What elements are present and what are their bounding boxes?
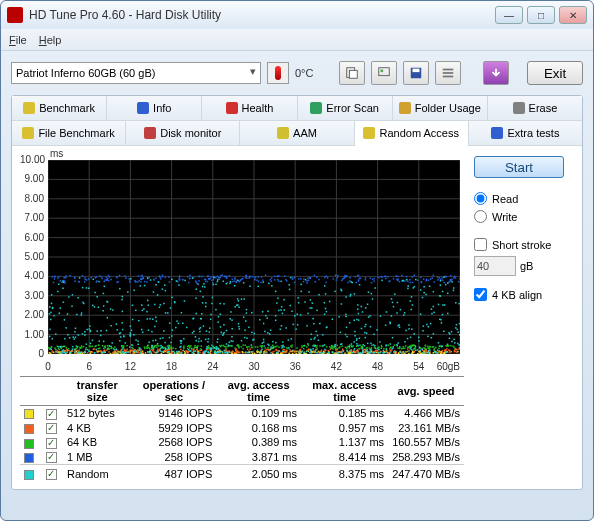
maximize-button[interactable]: □ — [527, 6, 555, 24]
tab-label: AAM — [293, 127, 317, 139]
menu-help[interactable]: Help — [39, 34, 62, 46]
cell-size: 512 bytes — [63, 406, 131, 421]
tab-benchmark[interactable]: Benchmark — [12, 96, 107, 120]
tab-label: Health — [242, 102, 274, 114]
side-panel: Start Read Write Short stroke — [474, 152, 574, 481]
tab-folder-usage[interactable]: Folder Usage — [393, 96, 488, 120]
temperature-label: 0°C — [295, 67, 313, 79]
tab-random-access[interactable]: Random Access — [355, 121, 469, 145]
tab-extra-tests[interactable]: Extra tests — [469, 121, 582, 145]
tab-aam[interactable]: AAM — [240, 121, 354, 145]
cell-speed: 23.161 MB/s — [388, 421, 464, 436]
cell-ops: 9146 IOPS — [131, 406, 216, 421]
tab-icon — [277, 127, 289, 139]
cell-size: Random — [63, 465, 131, 481]
tab-file-benchmark[interactable]: File Benchmark — [12, 121, 126, 145]
exit-button[interactable]: Exit — [527, 61, 583, 85]
chart-canvas — [48, 160, 460, 354]
x-tick: 24 — [207, 361, 218, 372]
series-checkbox[interactable] — [46, 409, 57, 420]
svg-rect-1 — [349, 70, 357, 78]
tab-label: Error Scan — [326, 102, 379, 114]
minimize-button[interactable]: — — [495, 6, 523, 24]
column-header: avg. access time — [216, 377, 301, 406]
tab-label: Extra tests — [507, 127, 559, 139]
tab-icon — [513, 102, 525, 114]
x-tick: 54 — [413, 361, 424, 372]
menu-file[interactable]: File — [9, 34, 27, 46]
cell-max: 8.414 ms — [301, 450, 388, 465]
x-tick: 48 — [372, 361, 383, 372]
align-label: 4 KB align — [492, 289, 542, 301]
series-checkbox[interactable] — [46, 452, 57, 463]
y-axis-label: ms — [50, 148, 63, 159]
tab-label: File Benchmark — [38, 127, 114, 139]
y-tick: 6.00 — [20, 232, 44, 243]
x-axis-unit: 60gB — [437, 361, 460, 372]
table-row: 64 KB 2568 IOPS 0.389 ms 1.137 ms 160.55… — [20, 435, 464, 450]
svg-rect-2 — [379, 68, 390, 76]
tab-disk-monitor[interactable]: Disk monitor — [126, 121, 240, 145]
short-stroke-value[interactable] — [474, 256, 516, 276]
chart-area: ms 01.002.003.004.005.006.007.008.009.00… — [20, 152, 464, 481]
y-tick: 4.00 — [20, 270, 44, 281]
cell-speed: 160.557 MB/s — [388, 435, 464, 450]
window-title: HD Tune Pro 4.60 - Hard Disk Utility — [29, 8, 491, 22]
tab-label: Disk monitor — [160, 127, 221, 139]
drive-select[interactable]: Patriot Inferno 60GB (60 gB) — [11, 62, 261, 84]
tab-info[interactable]: Info — [107, 96, 202, 120]
table-row: Random 487 IOPS 2.050 ms 8.375 ms 247.47… — [20, 465, 464, 481]
svg-rect-3 — [381, 70, 384, 73]
start-button[interactable]: Start — [474, 156, 564, 178]
tab-erase[interactable]: Erase — [488, 96, 582, 120]
close-button[interactable]: ✕ — [559, 6, 587, 24]
purple-action-button[interactable] — [483, 61, 509, 85]
save-button[interactable] — [403, 61, 429, 85]
cell-max: 0.185 ms — [301, 406, 388, 421]
options-button[interactable] — [435, 61, 461, 85]
copy-screenshot-button[interactable] — [371, 61, 397, 85]
cell-ops: 5929 IOPS — [131, 421, 216, 436]
table-row: 1 MB 258 IOPS 3.871 ms 8.414 ms 258.293 … — [20, 450, 464, 465]
table-row: 4 KB 5929 IOPS 0.168 ms 0.957 ms 23.161 … — [20, 421, 464, 436]
read-radio[interactable] — [474, 192, 487, 205]
scatter-chart: ms 01.002.003.004.005.006.007.008.009.00… — [20, 152, 460, 372]
short-stroke-unit: gB — [520, 260, 533, 272]
cell-size: 64 KB — [63, 435, 131, 450]
tab-row-2: File BenchmarkDisk monitorAAMRandom Acce… — [12, 121, 582, 146]
y-tick: 10.00 — [20, 154, 44, 165]
cell-speed: 4.466 MB/s — [388, 406, 464, 421]
titlebar[interactable]: HD Tune Pro 4.60 - Hard Disk Utility — □… — [1, 1, 593, 29]
thermometer-icon — [267, 62, 289, 84]
short-stroke-row: Short stroke — [474, 238, 574, 251]
y-tick: 3.00 — [20, 290, 44, 301]
read-label: Read — [492, 193, 518, 205]
series-checkbox[interactable] — [46, 438, 57, 449]
tab-icon — [144, 127, 156, 139]
cell-avg: 0.109 ms — [216, 406, 301, 421]
column-header: operations / sec — [131, 377, 216, 406]
results-table: transfer sizeoperations / secavg. access… — [20, 376, 464, 481]
cell-avg: 0.168 ms — [216, 421, 301, 436]
x-tick: 36 — [290, 361, 301, 372]
tab-icon — [310, 102, 322, 114]
series-checkbox[interactable] — [46, 469, 57, 480]
column-header: transfer size — [63, 377, 131, 406]
y-tick: 1.00 — [20, 329, 44, 340]
short-stroke-checkbox[interactable] — [474, 238, 487, 251]
tab-error-scan[interactable]: Error Scan — [298, 96, 393, 120]
cell-avg: 2.050 ms — [216, 465, 301, 481]
series-checkbox[interactable] — [46, 423, 57, 434]
copy-info-button[interactable] — [339, 61, 365, 85]
tab-container: BenchmarkInfoHealthError ScanFolder Usag… — [11, 95, 583, 490]
tab-icon — [363, 127, 375, 139]
x-tick: 42 — [331, 361, 342, 372]
cell-size: 1 MB — [63, 450, 131, 465]
y-tick: 8.00 — [20, 193, 44, 204]
align-checkbox[interactable] — [474, 288, 487, 301]
write-radio[interactable] — [474, 210, 487, 223]
tab-label: Info — [153, 102, 171, 114]
series-color-swatch — [24, 424, 34, 434]
tab-health[interactable]: Health — [202, 96, 297, 120]
short-stroke-input-row: gB — [474, 256, 574, 276]
